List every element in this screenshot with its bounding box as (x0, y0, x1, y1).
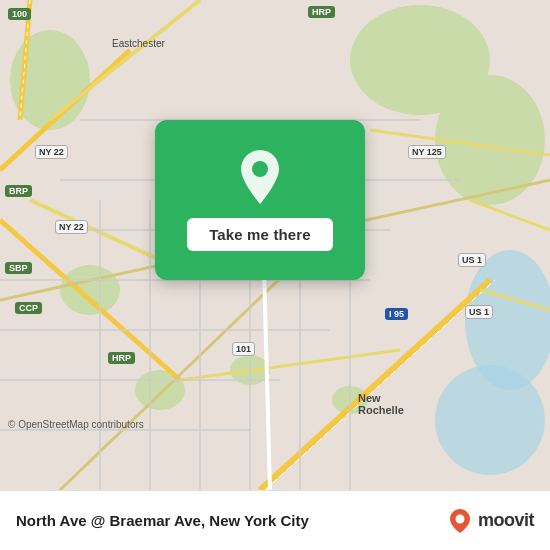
road-badge-sbp: SBP (5, 262, 32, 274)
road-badge-100: 100 (8, 8, 31, 20)
svg-point-39 (455, 514, 464, 523)
road-badge-ccp: CCP (15, 302, 42, 314)
moovit-brand-name: moovit (478, 510, 534, 531)
road-badge-us1-2: US 1 (465, 305, 493, 319)
location-pin-icon (236, 150, 284, 208)
svg-point-38 (252, 161, 268, 177)
road-badge-i95: I 95 (385, 308, 408, 320)
road-badge-brp: BRP (5, 185, 32, 197)
svg-point-9 (435, 365, 545, 475)
road-badge-ny125: NY 125 (408, 145, 446, 159)
road-badge-us1-1: US 1 (458, 253, 486, 267)
take-me-there-button[interactable]: Take me there (187, 218, 333, 251)
road-badge-hrp-top: HRP (308, 6, 335, 18)
road-badge-hrp-bottom: HRP (108, 352, 135, 364)
road-badge-ny22-2: NY 22 (55, 220, 88, 234)
location-name: North Ave @ Braemar Ave, New York City (16, 512, 309, 529)
road-badge-ny22-1: NY 22 (35, 145, 68, 159)
bottom-bar: North Ave @ Braemar Ave, New York City m… (0, 490, 550, 550)
card-overlay: Take me there (155, 120, 365, 280)
map-container: 100 NY 22 NY 22 BRP SBP CCP HRP 101 I 95… (0, 0, 550, 490)
map-attribution: © OpenStreetMap contributors (8, 419, 144, 430)
moovit-pin-icon (446, 507, 474, 535)
road-badge-101: 101 (232, 342, 255, 356)
moovit-logo: moovit (446, 507, 534, 535)
svg-point-4 (60, 265, 120, 315)
